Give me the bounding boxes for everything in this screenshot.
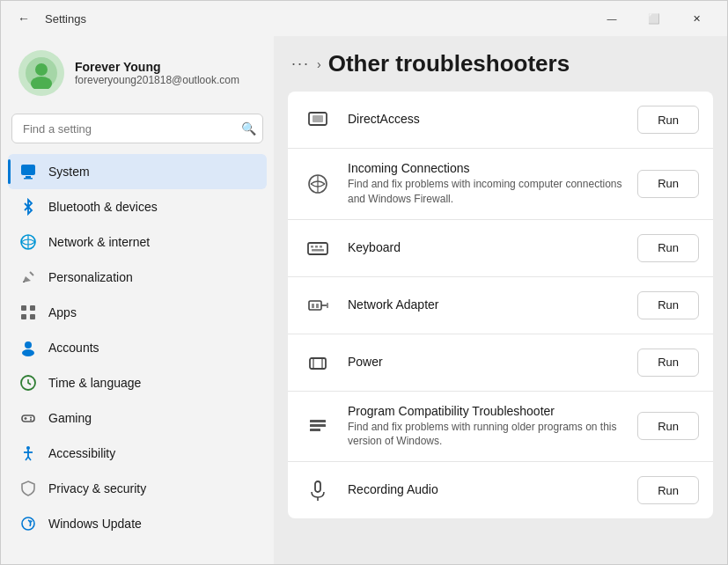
svg-rect-36 (312, 249, 324, 252)
svg-rect-35 (320, 246, 322, 248)
directaccess-title: DirectAccess (348, 112, 623, 126)
table-row: Incoming Connections Find and fix proble… (288, 149, 713, 220)
svg-rect-42 (310, 358, 326, 369)
apps-icon (18, 303, 38, 322)
svg-line-25 (28, 457, 31, 460)
sidebar-item-bluetooth[interactable]: Bluetooth & devices (8, 189, 267, 224)
user-name: Forever Young (75, 60, 239, 74)
program-compat-title: Program Compatibility Troubleshooter (348, 404, 623, 418)
sidebar-item-update[interactable]: Windows Update (8, 506, 267, 541)
svg-rect-10 (30, 305, 35, 311)
svg-rect-29 (313, 115, 323, 122)
directaccess-info: DirectAccess (348, 112, 623, 128)
sidebar-item-gaming-label: Gaming (48, 411, 92, 425)
sidebar-item-system-label: System (48, 165, 90, 179)
gaming-icon (18, 408, 38, 428)
sidebar-item-privacy[interactable]: Privacy & security (8, 471, 267, 506)
breadcrumb-dots[interactable]: ··· (291, 55, 310, 73)
svg-rect-12 (30, 314, 35, 319)
power-title: Power (348, 355, 623, 369)
table-row: Recording Audio Run (288, 462, 713, 518)
incoming-connections-title: Incoming Connections (348, 161, 623, 175)
power-info: Power (348, 355, 623, 371)
sidebar-item-accessibility[interactable]: Accessibility (8, 436, 267, 471)
sidebar-item-accounts-label: Accounts (48, 341, 99, 355)
search-box: 🔍 (11, 114, 263, 143)
table-row: Program Compatibility Troubleshooter Fin… (288, 392, 713, 463)
search-input[interactable] (11, 114, 263, 143)
sidebar-item-system[interactable]: System (8, 154, 267, 189)
table-row: DirectAccess Run (288, 92, 713, 149)
svg-point-20 (30, 419, 32, 421)
svg-rect-47 (310, 429, 320, 431)
svg-line-8 (30, 272, 33, 275)
minimize-button[interactable]: — (592, 4, 632, 33)
table-row: Keyboard Run (288, 220, 713, 277)
incoming-connections-run-button[interactable]: Run (637, 170, 699, 198)
window-controls: — ⬜ ✕ (592, 4, 717, 33)
privacy-icon (18, 479, 38, 498)
user-info: Forever Young foreveryoung201818@outlook… (75, 60, 239, 86)
breadcrumb-arrow: › (317, 57, 321, 71)
system-icon (18, 162, 38, 181)
directaccess-run-button[interactable]: Run (637, 106, 699, 134)
svg-rect-11 (21, 314, 26, 319)
page-title: Other troubleshooters (328, 50, 570, 77)
svg-rect-46 (310, 424, 326, 427)
sidebar-item-network-label: Network & internet (48, 235, 150, 249)
user-email: foreveryoung201818@outlook.com (75, 74, 239, 86)
titlebar-left: ← Settings (11, 6, 86, 31)
svg-point-14 (22, 349, 34, 356)
svg-point-21 (26, 446, 30, 450)
svg-point-13 (25, 341, 32, 349)
settings-window: ← Settings — ⬜ ✕ Forever Youn (0, 0, 728, 565)
troubleshooter-list: DirectAccess Run Incoming Connections Fi… (274, 92, 727, 532)
table-row: Network Adapter Run (288, 277, 713, 334)
network-adapter-run-button[interactable]: Run (637, 291, 699, 319)
maximize-button[interactable]: ⬜ (634, 4, 674, 33)
user-profile[interactable]: Forever Young foreveryoung201818@outlook… (1, 36, 274, 114)
recording-audio-icon (302, 474, 334, 506)
svg-point-1 (35, 63, 48, 76)
content-area: ··· › Other troubleshooters DirectAccess… (274, 36, 727, 564)
sidebar-item-gaming[interactable]: Gaming (8, 400, 267, 436)
svg-rect-4 (26, 176, 31, 178)
back-button[interactable]: ← (11, 6, 36, 31)
sidebar-item-apps[interactable]: Apps (8, 295, 267, 330)
svg-point-26 (22, 517, 34, 530)
recording-audio-title: Recording Audio (348, 482, 623, 496)
keyboard-icon (302, 232, 334, 264)
sidebar-item-privacy-label: Privacy & security (48, 481, 146, 495)
recording-audio-info: Recording Audio (348, 482, 623, 498)
power-run-button[interactable]: Run (637, 349, 699, 377)
sidebar-item-apps-label: Apps (48, 305, 77, 319)
program-compat-icon (302, 410, 334, 442)
sidebar-item-network[interactable]: Network & internet (8, 224, 267, 260)
search-icon: 🔍 (241, 121, 256, 136)
sidebar: Forever Young foreveryoung201818@outlook… (1, 36, 274, 564)
svg-point-19 (30, 417, 32, 419)
keyboard-run-button[interactable]: Run (637, 234, 699, 262)
sidebar-item-accounts[interactable]: Accounts (8, 330, 267, 365)
incoming-connections-info: Incoming Connections Find and fix proble… (348, 161, 623, 207)
avatar (18, 50, 64, 96)
program-compat-run-button[interactable]: Run (637, 412, 699, 440)
svg-rect-45 (310, 420, 326, 422)
incoming-connections-desc: Find and fix problems with incoming comp… (348, 177, 623, 207)
keyboard-info: Keyboard (348, 240, 623, 256)
sidebar-item-personalization[interactable]: Personalization (8, 260, 267, 295)
sidebar-item-time[interactable]: Time & language (8, 365, 267, 400)
close-button[interactable]: ✕ (676, 4, 717, 33)
personalization-icon (18, 268, 38, 287)
accessibility-icon (18, 444, 38, 463)
recording-audio-run-button[interactable]: Run (637, 476, 699, 504)
program-compat-info: Program Compatibility Troubleshooter Fin… (348, 404, 623, 450)
svg-rect-33 (311, 246, 313, 248)
power-icon (302, 347, 334, 378)
sidebar-item-time-label: Time & language (48, 376, 141, 390)
incoming-connections-icon (302, 168, 334, 200)
network-adapter-icon (302, 290, 334, 321)
page-header: ··· › Other troubleshooters (274, 36, 727, 92)
program-compat-desc: Find and fix problems with running older… (348, 420, 623, 450)
directaccess-icon (302, 104, 334, 136)
